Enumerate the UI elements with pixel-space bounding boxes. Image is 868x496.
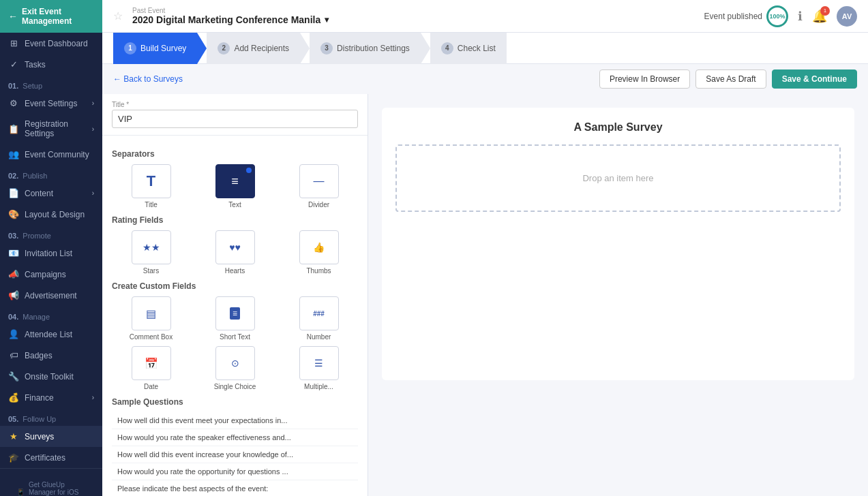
dropdown-icon[interactable]: ▾ [325, 15, 329, 25]
certificates-icon: 🎓 [8, 452, 19, 463]
field-item-single-choice[interactable]: ⊙ Single Choice [196, 346, 274, 390]
field-item-number[interactable]: ### Number [280, 296, 358, 341]
sidebar-item-campaigns[interactable]: 📣 Campaigns [0, 264, 102, 285]
sidebar-item-onsite-toolkit[interactable]: 🔧 Onsite Toolkit [0, 366, 102, 387]
breadcrumb-bar: ← Back to Surveys Preview In Browser Sav… [102, 64, 868, 94]
step-1-label: Build Survey [140, 44, 186, 53]
event-title: 2020 Digital Marketing Conference Manila [132, 14, 320, 25]
sidebar-item-event-community[interactable]: 👥 Event Community [0, 144, 102, 165]
field-item-short-text[interactable]: ≡ Short Text [196, 296, 274, 341]
field-item-title[interactable]: T Title [112, 164, 190, 208]
field-item-stars[interactable]: ★★ Stars [112, 230, 190, 275]
comment-box-icon: ▤ [132, 296, 171, 330]
sidebar-item-surveys[interactable]: ★ Surveys [0, 426, 102, 447]
step-2-num: 2 [218, 42, 230, 55]
field-item-text[interactable]: ≡ Text [196, 164, 274, 208]
back-to-surveys-link[interactable]: ← Back to Surveys [113, 74, 183, 84]
multiple-choice-icon: ☰ [299, 346, 339, 380]
wizard-arrow-3 [421, 33, 430, 64]
favorite-star-icon[interactable]: ☆ [113, 10, 123, 22]
sidebar-item-layout-design[interactable]: 🎨 Layout & Design [0, 204, 102, 225]
mobile-icon: 📱 [16, 489, 25, 496]
chevron-icon: › [92, 394, 94, 401]
notifications-button[interactable]: 🔔 1 [812, 9, 827, 24]
title-field-icon: T [132, 164, 171, 198]
exit-event-management-button[interactable]: ← Exit Event Management [0, 0, 102, 33]
single-choice-label: Single Choice [214, 383, 256, 390]
left-panel-scroll: Separators T Title ≡ [102, 136, 368, 496]
sample-questions-title: Sample Questions [112, 397, 358, 407]
field-item-thumbs[interactable]: 👍 Thumbs [280, 230, 358, 275]
sidebar-item-event-settings[interactable]: ⚙ Event Settings › [0, 93, 102, 114]
wizard-arrow-2 [300, 33, 310, 64]
number-field-icon: ### [299, 296, 339, 330]
title-input[interactable] [112, 110, 358, 128]
settings-icon: ⚙ [8, 98, 19, 108]
sidebar-item-event-dashboard[interactable]: ⊞ Event Dashboard [0, 33, 102, 54]
sidebar-group-manage: 04. Manage [0, 306, 102, 324]
short-text-label: Short Text [220, 333, 250, 341]
custom-fields-title: Create Custom Fields [112, 281, 358, 291]
drop-label: Drop an item here [582, 173, 653, 183]
sample-question-1[interactable]: How well did this event meet your expect… [112, 412, 358, 429]
sidebar-group-publish: 02. Publish [0, 165, 102, 183]
sidebar-item-tasks[interactable]: ✓ Tasks [0, 54, 102, 75]
sample-questions-list: How well did this event meet your expect… [112, 412, 358, 496]
sidebar-item-advertisement[interactable]: 📢 Advertisement [0, 285, 102, 306]
field-item-hearts[interactable]: ♥♥ Hearts [196, 230, 274, 275]
field-item-comment-box[interactable]: ▤ Comment Box [112, 296, 190, 341]
sidebar: ← Exit Event Management ⊞ Event Dashboar… [0, 0, 102, 496]
text-field-label: Text [228, 201, 241, 208]
topbar: ☆ Past Event 2020 Digital Marketing Conf… [102, 0, 868, 33]
wizard-step-1[interactable]: 1 Build Survey [113, 33, 197, 64]
title-label: Title * [112, 101, 358, 108]
sidebar-item-registration-settings[interactable]: 📋 Registration Settings › [0, 114, 102, 144]
stars-field-icon: ★★ [132, 230, 171, 264]
notification-badge: 1 [820, 6, 830, 16]
sample-question-4[interactable]: How would you rate the opportunity for q… [112, 463, 358, 480]
sample-question-5[interactable]: Please indicate the best aspects of the … [112, 480, 358, 496]
info-button[interactable]: ℹ [798, 9, 803, 24]
sidebar-item-certificates[interactable]: 🎓 Certificates [0, 447, 102, 468]
survey-title: A Sample Survey [395, 121, 841, 134]
number-field-label: Number [307, 333, 331, 341]
step-4-label: Check List [458, 44, 496, 53]
selected-dot [246, 168, 252, 173]
action-buttons: Preview In Browser Save As Draft Save & … [599, 69, 857, 89]
sidebar-group-promote: 03. Promote [0, 225, 102, 243]
wizard-step-4[interactable]: 4 Check List [430, 33, 507, 64]
single-choice-icon: ⊙ [215, 346, 255, 380]
sidebar-item-invitation-list[interactable]: 📧 Invitation List [0, 243, 102, 264]
save-continue-button[interactable]: Save & Continue [772, 69, 857, 89]
save-draft-button[interactable]: Save As Draft [695, 69, 766, 89]
thumbs-field-icon: 👍 [299, 230, 339, 264]
panel-area: Title * Separators T Title [102, 94, 868, 496]
hearts-field-icon: ♥♥ [215, 230, 255, 264]
title-field-container: Title * [102, 94, 368, 136]
field-item-multiple[interactable]: ☰ Multiple... [280, 346, 358, 390]
drop-zone[interactable]: Drop an item here [395, 144, 841, 212]
wizard-arrow-1 [197, 33, 207, 64]
sidebar-item-finance[interactable]: 💰 Finance › [0, 387, 102, 408]
event-status: Event published 100% [704, 5, 788, 27]
sample-question-3[interactable]: How well did this event increase your kn… [112, 446, 358, 463]
wizard-step-2[interactable]: 2 Add Recipients [207, 33, 300, 64]
sample-question-2[interactable]: How would you rate the speaker effective… [112, 429, 358, 446]
toolkit-icon: 🔧 [8, 371, 19, 382]
step-2-label: Add Recipients [234, 44, 289, 53]
custom-fields-grid: ▤ Comment Box ≡ Short Text # [112, 296, 358, 390]
star-icon: ★ [8, 431, 19, 441]
sidebar-group-followup: 05. Follow Up [0, 408, 102, 426]
finance-icon: 💰 [8, 392, 19, 403]
user-avatar[interactable]: AV [837, 6, 857, 27]
sidebar-item-content[interactable]: 📄 Content › [0, 183, 102, 204]
sidebar-item-attendee-list[interactable]: 👤 Attendee List [0, 324, 102, 345]
wizard-step-3[interactable]: 3 Distribution Settings [310, 33, 421, 64]
preview-button[interactable]: Preview In Browser [599, 69, 690, 89]
dashboard-icon: ⊞ [8, 38, 19, 48]
field-item-divider[interactable]: — Divider [280, 164, 358, 208]
field-item-date[interactable]: 📅 Date [112, 346, 190, 390]
step-1-num: 1 [124, 42, 136, 55]
tasks-icon: ✓ [8, 59, 19, 69]
sidebar-item-badges[interactable]: 🏷 Badges [0, 345, 102, 366]
